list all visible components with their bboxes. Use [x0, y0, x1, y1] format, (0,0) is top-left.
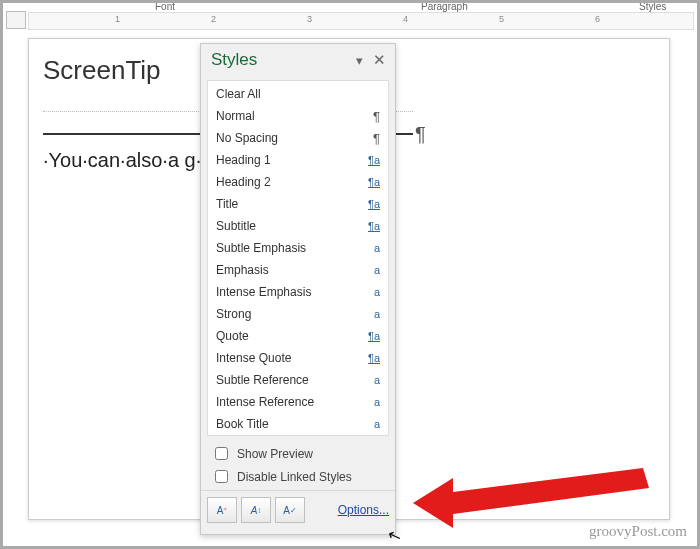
style-item[interactable]: Intense Quote¶a	[208, 347, 388, 369]
style-item[interactable]: Title¶a	[208, 193, 388, 215]
char-style-icon: a	[360, 264, 380, 276]
style-item[interactable]: Stronga	[208, 303, 388, 325]
pane-menu-icon[interactable]: ▾	[349, 53, 369, 68]
style-item-label: Book Title	[216, 417, 360, 431]
qat-dropdown[interactable]	[6, 11, 26, 29]
linked-style-icon: ¶a	[360, 330, 380, 342]
style-item[interactable]: Heading 1¶a	[208, 149, 388, 171]
style-item-label: Intense Quote	[216, 351, 360, 365]
style-item[interactable]: Book Titlea	[208, 413, 388, 435]
linked-style-icon: ¶a	[360, 220, 380, 232]
show-preview-checkbox[interactable]: Show Preview	[211, 444, 389, 463]
char-style-icon: a	[360, 396, 380, 408]
options-link[interactable]: Options...	[338, 503, 389, 517]
style-item-label: Normal	[216, 109, 360, 123]
style-item-label: Clear All	[216, 87, 360, 101]
style-item-label: Heading 2	[216, 175, 360, 189]
style-item-label: Subtitle	[216, 219, 360, 233]
styles-list: Clear AllNormal¶No Spacing¶Heading 1¶aHe…	[207, 80, 389, 436]
linked-style-icon: ¶a	[360, 198, 380, 210]
style-item-label: Intense Emphasis	[216, 285, 360, 299]
style-item[interactable]: Intense Referencea	[208, 391, 388, 413]
style-item[interactable]: Subtle Emphasisa	[208, 237, 388, 259]
style-item[interactable]: Subtitle¶a	[208, 215, 388, 237]
linked-style-icon: ¶a	[360, 352, 380, 364]
style-item-label: Intense Reference	[216, 395, 360, 409]
disable-linked-checkbox[interactable]: Disable Linked Styles	[211, 467, 389, 486]
show-preview-input[interactable]	[215, 447, 228, 460]
cursor-pointer-icon: ↖	[385, 524, 404, 546]
style-inspector-button[interactable]: A↕	[241, 497, 271, 523]
paragraph-mark: ¶	[415, 123, 426, 146]
style-item-label: Subtle Reference	[216, 373, 360, 387]
style-item[interactable]: Normal¶	[208, 105, 388, 127]
styles-pane: Styles ▾ ✕ Clear AllNormal¶No Spacing¶He…	[200, 43, 396, 535]
style-item[interactable]: Clear All	[208, 83, 388, 105]
disable-linked-label: Disable Linked Styles	[237, 470, 352, 484]
char-style-icon: a	[360, 418, 380, 430]
char-style-icon: a	[360, 286, 380, 298]
style-item[interactable]: Emphasisa	[208, 259, 388, 281]
linked-style-icon: ¶a	[360, 176, 380, 188]
page-title: ScreenTip	[43, 55, 161, 86]
style-item[interactable]: Quote¶a	[208, 325, 388, 347]
style-item[interactable]: Heading 2¶a	[208, 171, 388, 193]
style-item-label: Quote	[216, 329, 360, 343]
style-item-label: Title	[216, 197, 360, 211]
linked-style-icon: ¶a	[360, 154, 380, 166]
char-style-icon: a	[360, 374, 380, 386]
char-style-icon: a	[360, 308, 380, 320]
manage-styles-button[interactable]: A✓	[275, 497, 305, 523]
pilcrow-icon: ¶	[360, 109, 380, 124]
style-item-label: Subtle Emphasis	[216, 241, 360, 255]
style-item[interactable]: Subtle Referencea	[208, 369, 388, 391]
styles-pane-title: Styles	[211, 50, 349, 70]
pilcrow-icon: ¶	[360, 131, 380, 146]
style-item[interactable]: List Paragraph¶	[208, 435, 388, 436]
style-item-label: No Spacing	[216, 131, 360, 145]
style-item[interactable]: Intense Emphasisa	[208, 281, 388, 303]
char-style-icon: a	[360, 242, 380, 254]
style-item-label: Heading 1	[216, 153, 360, 167]
disable-linked-input[interactable]	[215, 470, 228, 483]
style-item-label: Strong	[216, 307, 360, 321]
horizontal-ruler[interactable]: 1 2 3 4 5 6	[28, 12, 694, 30]
new-style-button[interactable]: A⁺	[207, 497, 237, 523]
show-preview-label: Show Preview	[237, 447, 313, 461]
close-icon[interactable]: ✕	[369, 51, 389, 69]
style-item-label: Emphasis	[216, 263, 360, 277]
watermark: groovyPost.com	[589, 523, 687, 540]
style-item[interactable]: No Spacing¶	[208, 127, 388, 149]
